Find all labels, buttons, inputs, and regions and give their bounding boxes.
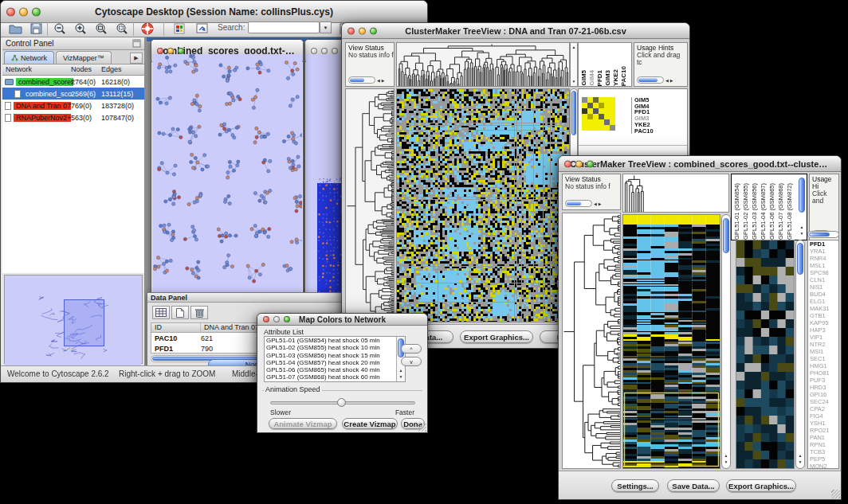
- tv2-zoom-heatmap[interactable]: [736, 240, 795, 469]
- vizmap-palette-icon[interactable]: [170, 20, 189, 37]
- minimize-button[interactable]: [575, 160, 583, 167]
- tv2-genes-hscrollbar[interactable]: [807, 231, 839, 238]
- attribute-list-item[interactable]: GPL51-01 (GSM854) heat shock 05 min: [265, 337, 405, 344]
- gene-label[interactable]: PUF3: [808, 377, 838, 384]
- tv1-top-scroll-strip[interactable]: ▲▼: [570, 42, 578, 87]
- search-input[interactable]: [248, 21, 320, 33]
- scroll-up-icon[interactable]: ▲: [796, 453, 804, 459]
- float-panel-icon[interactable]: [132, 39, 141, 48]
- export-graphics-button[interactable]: Export Graphics...: [726, 479, 796, 492]
- minimize-button[interactable]: [321, 48, 328, 54]
- network-canvas-1[interactable]: [152, 54, 302, 295]
- resize-grip[interactable]: [831, 490, 840, 498]
- tv2-status-scrollbar[interactable]: ◀▶: [565, 200, 602, 207]
- gene-label[interactable]: SEC1: [808, 355, 838, 362]
- attribute-list-item[interactable]: GPL51-07 (GSM868) heat shock 60 min: [265, 373, 405, 381]
- col-network[interactable]: Network: [6, 65, 32, 73]
- gene-label[interactable]: PFD1: [808, 240, 838, 248]
- zoom-button[interactable]: [32, 7, 41, 16]
- close-button[interactable]: [263, 316, 269, 322]
- tab-overflow-button[interactable]: ▶: [130, 53, 143, 64]
- gene-label[interactable]: MAK31: [808, 305, 838, 312]
- save-data-button[interactable]: Save Data...: [667, 479, 720, 492]
- gene-label[interactable]: MSI1: [808, 348, 838, 355]
- gene-label[interactable]: GPI16: [808, 391, 838, 398]
- gene-label[interactable]: RNR4: [808, 255, 838, 262]
- gene-label[interactable]: KAP95: [808, 319, 838, 326]
- scroll-right-icon[interactable]: ▶: [382, 78, 385, 83]
- scroll-down-icon[interactable]: ▼: [571, 79, 577, 84]
- tv1-heatmap[interactable]: [396, 88, 570, 322]
- gene-label[interactable]: CPA2: [808, 405, 838, 412]
- gene-label[interactable]: YSH1: [808, 420, 838, 427]
- gene-label[interactable]: BUD4: [808, 291, 838, 298]
- gene-label[interactable]: SPC98: [808, 269, 838, 276]
- zoom-button[interactable]: [332, 48, 338, 54]
- minimize-button[interactable]: [167, 48, 174, 54]
- tv2-labels-vscrollbar[interactable]: ▲ ▼: [798, 176, 806, 238]
- close-button[interactable]: [6, 7, 15, 16]
- gene-label[interactable]: CLN1: [808, 276, 838, 283]
- scroll-up-icon[interactable]: ▲: [397, 368, 405, 373]
- scroll-left-icon[interactable]: ◀: [377, 78, 380, 83]
- create-vizmap-button[interactable]: Create Vizmap: [342, 418, 398, 429]
- settings-button[interactable]: Settings...: [611, 479, 659, 492]
- close-button[interactable]: [311, 48, 317, 54]
- scrollbar-thumb[interactable]: [571, 91, 576, 135]
- scroll-down-icon[interactable]: ▼: [796, 459, 804, 465]
- scroll-down-icon[interactable]: ▼: [397, 374, 405, 380]
- gene-label[interactable]: ELG1: [808, 298, 838, 305]
- scroll-down-icon[interactable]: ▼: [722, 459, 730, 465]
- minimize-button[interactable]: [359, 27, 366, 34]
- scrollbar-thumb[interactable]: [797, 243, 803, 275]
- tv2-row-dendrogram[interactable]: [562, 213, 621, 469]
- attribute-list-item[interactable]: GPL51-03 (GSM856) heat shock 15 min: [265, 352, 405, 359]
- zoom-fit-icon[interactable]: [92, 20, 111, 37]
- network-row[interactable]: RNAPuberNov2+563(0)107847(0): [2, 111, 144, 123]
- export-graphics-button[interactable]: Export Graphics...: [460, 330, 533, 343]
- zoom-out-icon[interactable]: [50, 20, 69, 37]
- gene-label[interactable]: MON2: [808, 463, 838, 469]
- move-down-button[interactable]: v: [401, 357, 422, 366]
- close-button[interactable]: [564, 160, 571, 167]
- tv1-zoom-heatmap[interactable]: [582, 97, 615, 131]
- zoom-button[interactable]: [284, 316, 290, 322]
- attribute-list-item[interactable]: GPL51-06 (GSM865) heat shock 40 min: [265, 366, 405, 373]
- minimize-button[interactable]: [273, 316, 280, 322]
- network-row[interactable]: combined_sco2569(6)13112(15): [2, 88, 144, 100]
- birdseye-view[interactable]: [4, 275, 143, 364]
- attribute-list-item[interactable]: GPL51-02 (GSM855) heat shock 10 min: [265, 344, 405, 351]
- birdseye-canvas[interactable]: [5, 275, 141, 369]
- gene-label[interactable]: RPN1: [808, 441, 838, 448]
- scrollbar-thumb[interactable]: [799, 178, 805, 213]
- move-up-button[interactable]: ^: [401, 344, 422, 354]
- tv2-zoom-vscrollbar[interactable]: ▲ ▼: [795, 240, 805, 469]
- treeview2-titlebar[interactable]: ClusterMaker TreeView : combined_scores_…: [559, 156, 841, 172]
- gene-label[interactable]: HAP3: [808, 326, 838, 334]
- animate-vizmap-button[interactable]: Animate Vizmap: [269, 418, 337, 429]
- zoom-in-icon[interactable]: [71, 20, 90, 37]
- tv1-usage-scrollbar[interactable]: ◀▶: [637, 76, 673, 84]
- scroll-up-icon[interactable]: ▲: [798, 225, 806, 230]
- open-folder-icon[interactable]: [6, 20, 25, 37]
- scrollbar-thumb[interactable]: [723, 218, 729, 253]
- scroll-down-icon[interactable]: ▼: [798, 231, 806, 236]
- tv1-column-dendrogram[interactable]: [396, 42, 570, 87]
- gene-label[interactable]: FIG4: [808, 412, 838, 420]
- gene-label[interactable]: HRD3: [808, 384, 838, 391]
- scrollbar-thumb[interactable]: [809, 232, 830, 236]
- gene-label[interactable]: NTR2: [808, 341, 838, 348]
- gene-label[interactable]: YRA1: [808, 248, 838, 255]
- gene-label[interactable]: GTB1: [808, 312, 838, 319]
- gene-label[interactable]: TCB3: [808, 448, 838, 455]
- treeview1-titlebar[interactable]: ClusterMaker TreeView : DNA and Tran 07-…: [342, 23, 689, 39]
- scroll-left-icon[interactable]: ◀: [594, 201, 597, 206]
- col-id[interactable]: ID: [151, 323, 201, 332]
- scroll-up-icon[interactable]: ▲: [722, 453, 730, 459]
- scroll-left-icon[interactable]: ◀: [665, 78, 669, 83]
- tv2-column-dendrogram[interactable]: [622, 174, 729, 213]
- gene-label[interactable]: PEP5: [808, 455, 838, 463]
- tv2-heatmap-vscrollbar[interactable]: ▲ ▼: [721, 214, 731, 469]
- slider-thumb[interactable]: [337, 398, 346, 407]
- gene-label[interactable]: PAN1: [808, 434, 838, 441]
